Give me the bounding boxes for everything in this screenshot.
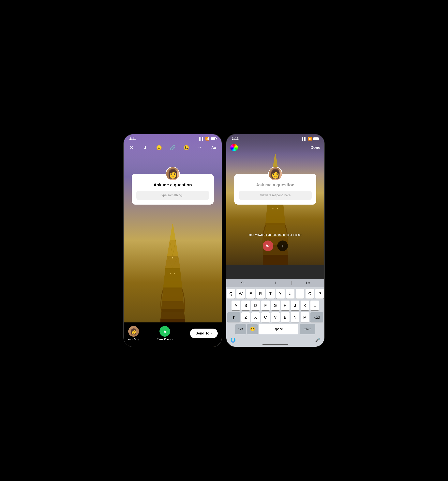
key-l[interactable]: L <box>310 301 319 310</box>
color-wheel-button[interactable] <box>230 144 238 151</box>
numbers-key[interactable]: 123 <box>235 324 246 334</box>
left-phone: 3:11 ▌▌ 📶 ✕ ⬇ 🙂 🔗 😃 〰 Aa Ask me a <box>123 134 222 347</box>
key-f[interactable]: F <box>261 301 270 310</box>
svg-marker-9 <box>161 312 185 319</box>
music-tool-button[interactable]: ♪ <box>277 240 288 251</box>
question-input-left[interactable]: Type something.... <box>136 191 209 200</box>
key-u[interactable]: U <box>286 289 294 299</box>
key-m[interactable]: M <box>301 312 309 322</box>
close-friends-star: ★ <box>163 328 167 334</box>
emoji-add-button[interactable]: 🙂 <box>155 144 163 152</box>
avatar-left <box>166 167 180 181</box>
keyboard-section: Ya I I'm Q W E R T Y U I O <box>226 279 324 347</box>
key-b[interactable]: B <box>281 312 290 322</box>
sticker-button[interactable]: 😃 <box>182 144 190 152</box>
question-card-left: Ask me a question Type something.... <box>132 174 214 204</box>
battery-icon <box>211 137 216 140</box>
svg-marker-0 <box>170 224 176 240</box>
key-p[interactable]: P <box>315 289 324 299</box>
autocomplete-i[interactable]: I <box>259 281 292 285</box>
close-button[interactable]: ✕ <box>128 144 136 152</box>
your-story-option[interactable]: 👩 Your Story <box>128 326 140 341</box>
status-bar-left: 3:11 ▌▌ 📶 <box>124 134 222 142</box>
send-to-label: Send To <box>196 331 209 336</box>
text-tool-button[interactable]: Aa <box>263 240 273 251</box>
key-e[interactable]: E <box>246 289 255 299</box>
shift-key[interactable]: ⬆ <box>227 312 240 322</box>
avatar-image-right <box>269 167 282 180</box>
key-row-1: Q W E R T Y U I O P <box>227 289 323 299</box>
autocomplete-ya[interactable]: Ya <box>226 281 259 285</box>
delete-key[interactable]: ⌫ <box>310 312 323 322</box>
svg-rect-3 <box>165 268 180 269</box>
key-s[interactable]: S <box>241 301 250 310</box>
key-a[interactable]: A <box>232 301 240 310</box>
svg-point-13 <box>174 273 175 274</box>
phones-container: 3:11 ▌▌ 📶 ✕ ⬇ 🙂 🔗 😃 〰 Aa Ask me a <box>119 130 329 351</box>
svg-point-31 <box>277 208 278 209</box>
return-key[interactable]: return <box>300 324 315 334</box>
home-indicator-right <box>263 344 288 345</box>
key-row-3: ⬆ Z X C V B N M ⌫ <box>227 312 323 322</box>
key-row-4: 123 😊 space return <box>227 324 323 334</box>
music-tool-label: ♪ <box>281 243 284 249</box>
key-g[interactable]: G <box>271 301 280 310</box>
question-input-right[interactable]: Viewers respond here <box>239 191 312 200</box>
story-background <box>124 134 222 347</box>
globe-icon[interactable]: 🌐 <box>230 338 236 343</box>
close-friends-avatar: ★ <box>160 326 170 337</box>
key-h[interactable]: H <box>281 301 290 310</box>
key-x[interactable]: X <box>251 312 260 322</box>
key-w[interactable]: W <box>236 289 245 299</box>
key-i[interactable]: I <box>296 289 304 299</box>
status-icons-right: ▌▌ 📶 <box>302 137 319 141</box>
mic-icon[interactable]: 🎤 <box>315 338 320 343</box>
svg-rect-28 <box>263 255 288 265</box>
key-z[interactable]: Z <box>241 312 250 322</box>
key-c[interactable]: C <box>261 312 270 322</box>
time-right: 3:11 <box>232 137 239 141</box>
svg-rect-8 <box>161 309 184 312</box>
svg-marker-1 <box>167 240 178 256</box>
avatar-image-left <box>166 167 179 180</box>
squiggle-button[interactable]: 〰 <box>196 144 204 152</box>
key-j[interactable]: J <box>291 301 299 310</box>
send-to-button[interactable]: Send To › <box>190 329 218 338</box>
svg-marker-22 <box>265 203 285 223</box>
toolbar-right: Done <box>226 144 324 151</box>
send-arrow: › <box>211 331 212 336</box>
close-friends-option[interactable]: ★ Close Friends <box>157 326 173 341</box>
key-n[interactable]: N <box>291 312 299 322</box>
status-icons-left: ▌▌ 📶 <box>199 137 216 141</box>
key-k[interactable]: K <box>301 301 309 310</box>
close-friends-label: Close Friends <box>157 338 173 341</box>
toolbar-left: ✕ ⬇ 🙂 🔗 😃 〰 Aa <box>124 144 222 152</box>
key-d[interactable]: D <box>251 301 260 310</box>
key-o[interactable]: O <box>306 289 314 299</box>
text-button[interactable]: Aa <box>210 144 218 152</box>
autocomplete-bar: Ya I I'm <box>226 279 324 287</box>
key-v[interactable]: V <box>271 312 280 322</box>
space-key[interactable]: space <box>259 324 298 334</box>
key-r[interactable]: R <box>256 289 265 299</box>
time-left: 3:11 <box>129 137 136 141</box>
wifi-icon: 📶 <box>205 137 209 141</box>
avatar-right <box>268 167 282 181</box>
svg-marker-4 <box>163 269 182 287</box>
link-button[interactable]: 🔗 <box>169 144 177 152</box>
emoji-key[interactable]: 😊 <box>247 324 258 334</box>
text-music-tools: Aa ♪ <box>226 240 324 251</box>
key-t[interactable]: T <box>266 289 275 299</box>
your-story-label: Your Story <box>128 338 140 341</box>
signal-icon-right: ▌▌ <box>302 137 307 141</box>
key-row-2: A S D F G H J K L <box>227 301 323 310</box>
text-tool-label: Aa <box>265 244 271 248</box>
signal-icon: ▌▌ <box>199 137 204 141</box>
download-button[interactable]: ⬇ <box>141 144 149 152</box>
eiffel-tower-left <box>157 224 189 323</box>
key-q[interactable]: Q <box>227 289 235 299</box>
done-button[interactable]: Done <box>310 145 320 150</box>
key-y[interactable]: Y <box>276 289 285 299</box>
autocomplete-im[interactable]: I'm <box>292 281 324 285</box>
bottom-bar-left: 👩 Your Story ★ Close Friends Send To › <box>124 323 222 347</box>
